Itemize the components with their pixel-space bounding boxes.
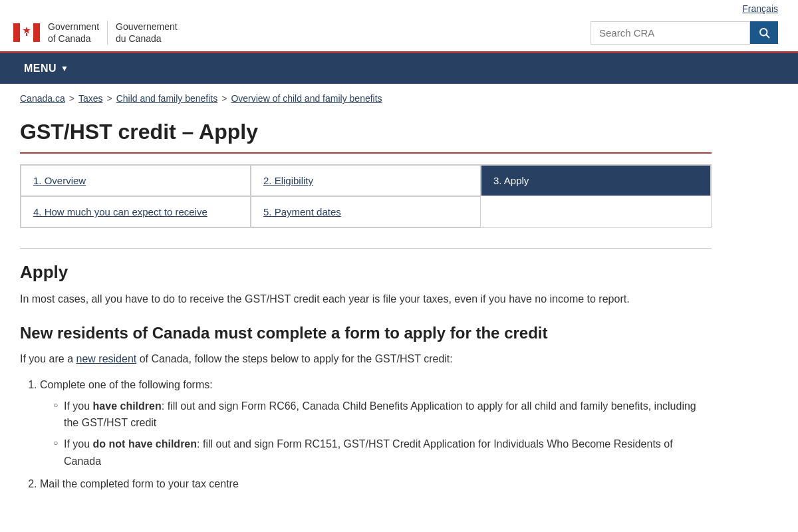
tax-centre-link[interactable]: tax centre	[192, 478, 239, 489]
step-1: Complete one of the following forms: If …	[40, 376, 712, 470]
sub-heading: New residents of Canada must complete a …	[20, 324, 712, 342]
logo-text-fr: Gouvernement du Canada	[107, 21, 178, 45]
tab-eligibility[interactable]: 2. Eligibility	[251, 165, 481, 196]
search-input[interactable]	[591, 21, 750, 45]
sub-intro: If you are a new resident of Canada, fol…	[20, 350, 712, 368]
breadcrumb-home[interactable]: Canada.ca	[20, 93, 65, 104]
svg-rect-0	[13, 23, 20, 42]
svg-rect-1	[20, 23, 33, 42]
breadcrumb-taxes[interactable]: Taxes	[78, 93, 103, 104]
sub-list-1: If you have children: fill out and sign …	[40, 398, 712, 469]
francais-link[interactable]: Français	[742, 3, 778, 14]
new-resident-link[interactable]: new resident	[76, 353, 137, 364]
canada-flag-icon	[13, 23, 40, 43]
tab-apply[interactable]: 3. Apply	[481, 165, 711, 196]
breadcrumb-sep-3: >	[221, 93, 227, 104]
logo-area: Government of Canada Gouvernement du Can…	[13, 21, 178, 45]
site-header: Government of Canada Gouvernement du Can…	[0, 14, 798, 53]
nav-bar: MENU ▼	[0, 53, 798, 84]
search-button[interactable]	[750, 21, 778, 44]
menu-button[interactable]: MENU ▼	[13, 53, 80, 84]
svg-line-6	[766, 35, 769, 38]
section-heading: Apply	[20, 262, 712, 283]
search-area	[591, 21, 778, 45]
sub-item-no-children: If you do not have children: fill out an…	[53, 436, 712, 469]
breadcrumb-child-family[interactable]: Child and family benefits	[116, 93, 218, 104]
tab-how-much[interactable]: 4. How much you can expect to receive	[21, 196, 251, 227]
search-icon	[758, 27, 770, 39]
tabs-container: 1. Overview 2. Eligibility 3. Apply 4. H…	[20, 164, 712, 228]
sub-item-children: If you have children: fill out and sign …	[53, 398, 712, 432]
section-divider	[20, 248, 712, 249]
logo-text-en: Government of Canada	[48, 21, 99, 45]
main-content: GST/HST credit – Apply 1. Overview 2. El…	[0, 113, 732, 525]
intro-text: In most cases, all you have to do to rec…	[20, 291, 712, 308]
chevron-down-icon: ▼	[61, 64, 68, 73]
form-rc66-link[interactable]: Form RC66, Canada Child Benefits Applica…	[241, 400, 463, 412]
breadcrumb: Canada.ca > Taxes > Child and family ben…	[0, 84, 798, 113]
tab-payment[interactable]: 5. Payment dates	[251, 196, 481, 227]
svg-rect-4	[26, 33, 27, 36]
breadcrumb-sep-1: >	[69, 93, 74, 104]
breadcrumb-overview[interactable]: Overview of child and family benefits	[231, 93, 382, 104]
page-title: GST/HST credit – Apply	[20, 120, 712, 154]
step-2: Mail the completed form to your tax cent…	[40, 475, 712, 493]
steps-list: Complete one of the following forms: If …	[20, 376, 712, 493]
svg-rect-2	[33, 23, 40, 42]
tab-overview[interactable]: 1. Overview	[21, 165, 251, 196]
breadcrumb-sep-2: >	[106, 93, 112, 104]
